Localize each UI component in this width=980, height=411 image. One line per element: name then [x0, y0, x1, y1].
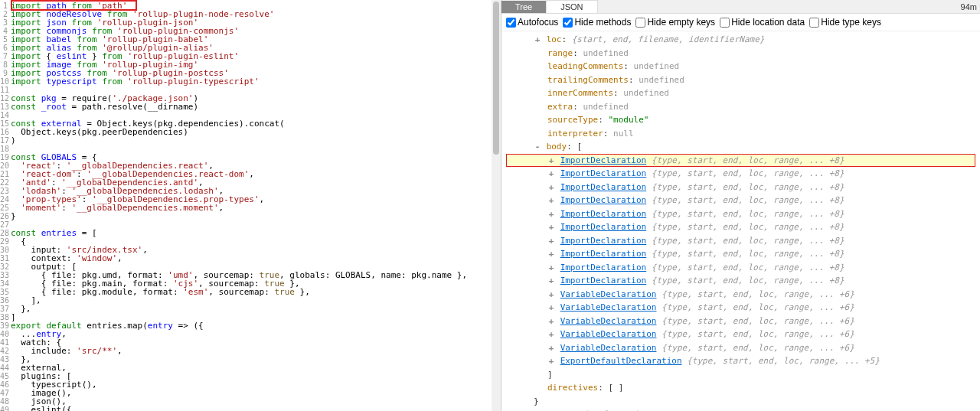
code-editor-pane[interactable]: 1import path from 'path'2import nodeReso… [0, 0, 492, 411]
tree-node-type[interactable]: ImportDeclaration [560, 222, 647, 232]
code-line[interactable]: 10import typescript from 'rollup-plugin-… [0, 77, 492, 86]
tree-node-type[interactable]: VariableDeclaration [560, 329, 657, 339]
tree-node-type[interactable]: VariableDeclaration [560, 289, 657, 299]
tree-row[interactable]: range: undefined [506, 47, 975, 60]
tree-row[interactable]: leadingComments: undefined [506, 60, 975, 73]
code-line[interactable]: 47 image(), [0, 389, 492, 397]
code-line[interactable]: 46 typescript(), [0, 380, 492, 389]
line-number: 17 [0, 136, 11, 145]
tree-row[interactable]: + comments: [1 element] [506, 408, 975, 411]
code-line[interactable]: 39export default entries.map(entry => ({ [0, 321, 492, 330]
tree-toggle-icon[interactable]: + [547, 154, 555, 168]
tree-row[interactable]: + loc: {start, end, filename, identifier… [506, 33, 975, 47]
tree-row[interactable]: - body: [ [506, 140, 975, 154]
hide-methods-checkbox[interactable]: Hide methods [563, 17, 631, 28]
code-line[interactable]: 26} [0, 212, 492, 220]
code-line[interactable]: 35 { file: pkg.module, format: 'esm', so… [0, 288, 492, 296]
tree-toggle-icon[interactable]: + [547, 194, 555, 207]
tree-toggle-icon[interactable]: + [547, 247, 555, 261]
tree-toggle-icon[interactable]: + [547, 328, 555, 341]
tree-row[interactable]: innerComments: undefined [506, 86, 975, 100]
code-line[interactable]: 49 eslint({ [0, 406, 492, 411]
tree-row[interactable]: + VariableDeclaration {type, start, end,… [506, 315, 975, 328]
tree-toggle-icon[interactable]: + [547, 207, 555, 221]
tree-row[interactable]: + ImportDeclaration {type, start, end, l… [506, 207, 975, 221]
line-number: 9 [0, 69, 11, 77]
tree-row[interactable]: } [506, 395, 975, 409]
tree-node-type[interactable]: ImportDeclaration [560, 195, 647, 205]
code-line[interactable]: 25 'moment': '__globalDependencies.momen… [0, 204, 492, 212]
tree-row[interactable]: extra: undefined [506, 100, 975, 114]
tree-node-type[interactable]: ImportDeclaration [560, 249, 647, 259]
line-number: 14 [0, 111, 11, 119]
tree-row[interactable]: + VariableDeclaration {type, start, end,… [506, 328, 975, 341]
tree-row[interactable]: directives: [ ] [506, 381, 975, 395]
tree-row[interactable]: + ImportDeclaration {type, start, end, l… [506, 194, 975, 207]
tree-toggle-icon[interactable]: + [547, 220, 555, 234]
tree-toggle-icon[interactable]: + [547, 354, 555, 368]
tree-toggle-icon[interactable]: + [547, 261, 555, 275]
tabs-bar: Tree JSON 94m [501, 0, 980, 14]
ast-tree[interactable]: + loc: {start, end, filename, identifier… [501, 31, 980, 411]
tree-toggle-icon[interactable]: + [547, 288, 555, 302]
tree-node-type[interactable]: ExportDefaultDeclaration [560, 356, 682, 366]
tree-row[interactable]: + VariableDeclaration {type, start, end,… [506, 341, 975, 355]
scroll-thumb[interactable] [493, 2, 499, 155]
code-line[interactable]: 43 }, [0, 355, 492, 364]
hide-empty-checkbox[interactable]: Hide empty keys [635, 17, 715, 28]
tree-toggle-icon[interactable]: + [547, 315, 555, 328]
tree-toggle-icon[interactable]: + [547, 167, 555, 181]
tree-row[interactable]: + ImportDeclaration {type, start, end, l… [506, 261, 975, 275]
tree-node-type[interactable]: VariableDeclaration [560, 343, 657, 353]
tree-toggle-icon[interactable]: - [534, 140, 541, 154]
tree-toggle-icon[interactable]: + [547, 274, 555, 288]
tree-row[interactable]: + ImportDeclaration {type, start, end, l… [506, 234, 975, 248]
code-line[interactable]: 16 Object.keys(pkg.peerDependencies) [0, 128, 492, 136]
tree-node-type[interactable]: ImportDeclaration [560, 209, 647, 219]
code-line[interactable]: 37 }, [0, 305, 492, 313]
code-line[interactable]: 42 include: 'src/**', [0, 347, 492, 355]
tree-toggle-icon[interactable]: + [547, 301, 555, 315]
tree-row[interactable]: + ImportDeclaration {type, start, end, l… [506, 167, 975, 181]
hide-location-checkbox[interactable]: Hide location data [720, 17, 805, 28]
tree-toggle-icon[interactable]: + [547, 341, 555, 355]
tree-row[interactable]: + ImportDeclaration {type, start, end, l… [506, 247, 975, 261]
tree-node-type[interactable]: ImportDeclaration [560, 168, 647, 178]
tree-row[interactable]: + ImportDeclaration {type, start, end, l… [506, 220, 975, 234]
code-line[interactable]: 28const entries = [ [0, 229, 492, 237]
tree-summary: {start, end, filename, identifierName} [572, 34, 765, 44]
tree-row[interactable]: trailingComments: undefined [506, 73, 975, 87]
tree-row[interactable]: sourceType: "module" [506, 113, 975, 127]
code-line[interactable]: 13const _root = path.resolve(__dirname) [0, 103, 492, 111]
tree-toggle-icon[interactable]: + [520, 408, 528, 411]
tree-value: undefined [634, 61, 680, 71]
code-line[interactable]: 17) [0, 136, 492, 145]
tree-toggle-icon[interactable]: + [547, 234, 555, 248]
tree-row[interactable]: + ImportDeclaration {type, start, end, l… [506, 154, 975, 168]
tree-row[interactable]: interpreter: null [506, 127, 975, 141]
tree-row[interactable]: ] [506, 368, 975, 382]
tree-node-type[interactable]: ImportDeclaration [560, 236, 647, 246]
tree-node-type[interactable]: ImportDeclaration [560, 263, 647, 272]
tree-node-type[interactable]: ImportDeclaration [560, 155, 647, 165]
autofocus-checkbox[interactable]: Autofocus [506, 17, 558, 28]
tree-toggle-icon[interactable]: + [547, 181, 555, 194]
code-line[interactable]: 48 json(), [0, 397, 492, 406]
tree-node-type[interactable]: VariableDeclaration [560, 302, 657, 312]
tree-row[interactable]: + VariableDeclaration {type, start, end,… [506, 288, 975, 302]
tree-node-type[interactable]: ImportDeclaration [560, 276, 647, 285]
tree-node-type[interactable]: VariableDeclaration [560, 316, 657, 326]
tree-node-type[interactable]: ImportDeclaration [560, 182, 647, 192]
code-line[interactable]: 44 external, [0, 364, 492, 372]
code-line[interactable]: 40 ...entry, [0, 330, 492, 338]
hide-type-checkbox[interactable]: Hide type keys [809, 17, 881, 28]
tree-row[interactable]: + ImportDeclaration {type, start, end, l… [506, 274, 975, 288]
tree-row[interactable]: + VariableDeclaration {type, start, end,… [506, 301, 975, 315]
code-line[interactable]: 36 ], [0, 296, 492, 305]
tab-json[interactable]: JSON [546, 0, 597, 13]
tree-toggle-icon[interactable]: + [534, 33, 541, 47]
tree-row[interactable]: + ImportDeclaration {type, start, end, l… [506, 181, 975, 194]
tree-row[interactable]: + ExportDefaultDeclaration {type, start,… [506, 354, 975, 368]
code-scrollbar[interactable] [492, 0, 501, 411]
tab-tree[interactable]: Tree [501, 1, 546, 13]
